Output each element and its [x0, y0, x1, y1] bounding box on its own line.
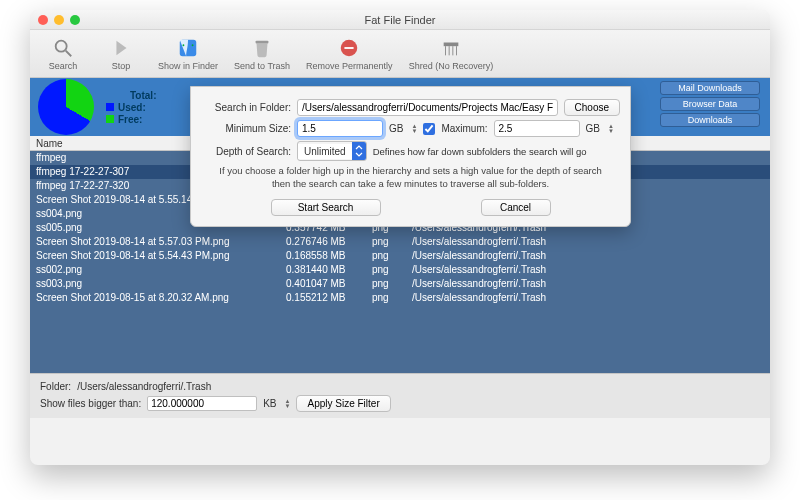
titlebar: Fat File Finder: [30, 10, 770, 30]
chevron-down-icon: ▼: [285, 404, 291, 409]
toolbar-remove-permanently-button[interactable]: Remove Permanently: [300, 34, 399, 73]
start-search-button[interactable]: Start Search: [271, 199, 381, 216]
trash-icon: [250, 36, 274, 60]
svg-point-4: [183, 44, 185, 46]
svg-rect-8: [345, 47, 354, 49]
shred-icon: [439, 36, 463, 60]
max-unit-label: GB: [586, 123, 600, 134]
used-label: Used:: [118, 102, 146, 113]
window-title: Fat File Finder: [30, 14, 770, 26]
finder-icon: [176, 36, 200, 60]
table-row[interactable]: Screen Shot 2019-08-14 at 5.54.43 PM.png…: [30, 249, 770, 263]
svg-marker-2: [116, 41, 126, 56]
min-stepper[interactable]: ▲▼: [411, 124, 417, 134]
shortcut-buttons: Mail Downloads Browser Data Downloads: [660, 81, 760, 127]
svg-rect-6: [256, 41, 269, 44]
toolbar-show-in-finder-button[interactable]: Show in Finder: [152, 34, 224, 73]
search-icon: [51, 36, 75, 60]
toolbar-label: Remove Permanently: [306, 61, 393, 71]
toolbar: Search Stop Show in Finder Send to Trash…: [30, 30, 770, 78]
browser-data-button[interactable]: Browser Data: [660, 97, 760, 111]
maximum-checkbox[interactable]: [423, 123, 435, 135]
minimum-size-label: Minimum Size:: [201, 123, 291, 134]
disk-usage-pie-icon: [38, 79, 94, 135]
footer-bar: Folder: /Users/alessandrogferri/.Trash S…: [30, 373, 770, 418]
downloads-button[interactable]: Downloads: [660, 113, 760, 127]
search-dialog: Search in Folder: Choose Minimum Size: G…: [190, 86, 631, 227]
toolbar-send-to-trash-button[interactable]: Send to Trash: [228, 34, 296, 73]
app-window: Fat File Finder Search Stop Show in Find…: [30, 10, 770, 465]
minimum-size-input[interactable]: [297, 120, 383, 137]
remove-icon: [337, 36, 361, 60]
svg-point-0: [56, 41, 67, 52]
depth-select[interactable]: Unlimited: [297, 141, 367, 161]
toolbar-label: Send to Trash: [234, 61, 290, 71]
disk-legend: Total: Used: Free:: [106, 89, 156, 126]
chevron-down-icon: ▼: [411, 129, 417, 134]
table-row[interactable]: ss002.png0.381440 MBpng/Users/alessandro…: [30, 263, 770, 277]
table-row[interactable]: Screen Shot 2019-08-14 at 5.57.03 PM.png…: [30, 235, 770, 249]
folder-label: Folder:: [40, 381, 71, 392]
svg-line-1: [66, 51, 72, 57]
table-row[interactable]: ss003.png0.401047 MBpng/Users/alessandro…: [30, 277, 770, 291]
min-unit-label: GB: [389, 123, 403, 134]
svg-point-5: [192, 44, 194, 46]
free-swatch-icon: [106, 115, 114, 123]
choose-folder-button[interactable]: Choose: [564, 99, 620, 116]
table-row[interactable]: Screen Shot 2019-08-15 at 8.20.32 AM.png…: [30, 291, 770, 305]
maximum-size-input[interactable]: [494, 120, 580, 137]
size-threshold-input[interactable]: [147, 396, 257, 411]
chevron-down-icon: ▼: [608, 129, 614, 134]
toolbar-label: Shred (No Recovery): [409, 61, 494, 71]
depth-hint: Defines how far down subfolders the sear…: [373, 146, 620, 157]
stop-icon: [109, 36, 133, 60]
maximum-label: Maximum:: [441, 123, 487, 134]
depth-value: Unlimited: [298, 144, 352, 159]
cancel-button[interactable]: Cancel: [481, 199, 551, 216]
dialog-note: If you choose a folder high up in the hi…: [201, 165, 620, 191]
select-arrow-icon: [352, 142, 366, 160]
toolbar-label: Stop: [112, 61, 131, 71]
search-folder-label: Search in Folder:: [201, 102, 291, 113]
toolbar-shred-button[interactable]: Shred (No Recovery): [403, 34, 500, 73]
free-label: Free:: [118, 114, 142, 125]
toolbar-search-button[interactable]: Search: [36, 34, 90, 73]
toolbar-label: Search: [49, 61, 78, 71]
show-bigger-label: Show files bigger than:: [40, 398, 141, 409]
column-header-name: Name: [36, 138, 63, 149]
total-label: Total:: [130, 90, 156, 101]
search-folder-input[interactable]: [297, 99, 558, 116]
used-swatch-icon: [106, 103, 114, 111]
size-unit-label: KB: [263, 398, 276, 409]
mail-downloads-button[interactable]: Mail Downloads: [660, 81, 760, 95]
folder-path: /Users/alessandrogferri/.Trash: [77, 381, 211, 392]
size-stepper[interactable]: ▲ ▼: [285, 399, 291, 409]
depth-label: Depth of Search:: [201, 146, 291, 157]
svg-rect-9: [444, 43, 459, 47]
apply-size-filter-button[interactable]: Apply Size Filter: [296, 395, 390, 412]
toolbar-stop-button[interactable]: Stop: [94, 34, 148, 73]
max-stepper[interactable]: ▲▼: [608, 124, 614, 134]
toolbar-label: Show in Finder: [158, 61, 218, 71]
